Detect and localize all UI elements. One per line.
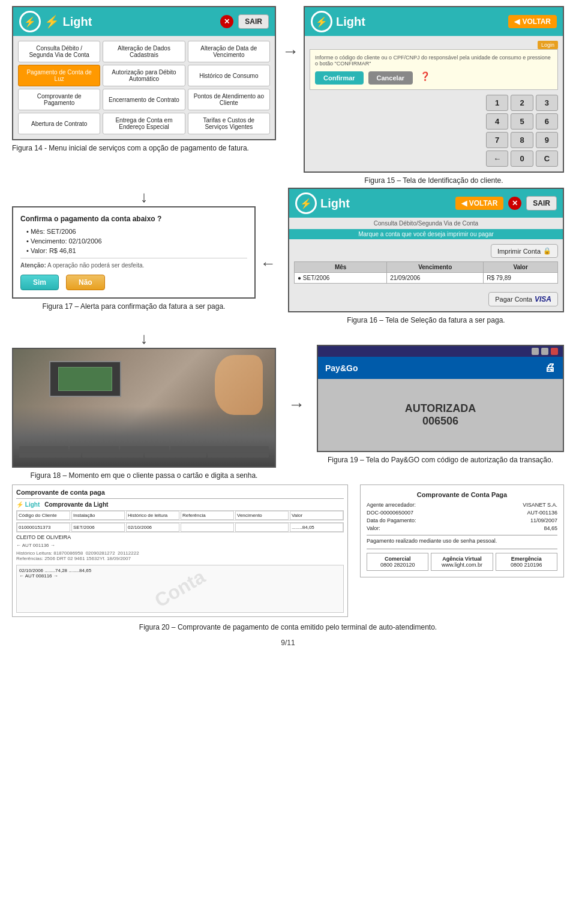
- fig20-right-title: Comprovante de Conta Paga: [367, 491, 557, 498]
- device-screen: [49, 361, 121, 397]
- arrow-left-fig17: ←: [260, 206, 276, 273]
- fig16-subheader: Marque a conta que você deseja imprimir …: [289, 229, 563, 239]
- fig18-caption: Figura 18 – Momento em que o cliente pas…: [31, 471, 258, 480]
- key: [19, 446, 68, 451]
- key: [19, 453, 81, 458]
- receipt-left-logos: ⚡ Light Comprovante da Light: [16, 501, 344, 508]
- field-doc: DOC-00000650007 AUT-001136: [367, 510, 557, 516]
- green-screen: [58, 367, 112, 391]
- numpad-4[interactable]: 4: [486, 113, 508, 130]
- numpad-back[interactable]: ←: [486, 151, 508, 167]
- top-figures-row: ⚡ ⚡ Light ✕ SAIR Consulta Débito / Segun…: [12, 6, 564, 185]
- fig16-header-btns: ◀ VOLTAR ✕ SAIR: [455, 196, 557, 210]
- menu-item-comprovante[interactable]: Comprovante de Pagamento: [18, 89, 100, 110]
- col-header-valor: Valor: [484, 262, 558, 273]
- menu-item-entrega[interactable]: Entrega de Conta em Endereço Especial: [103, 113, 185, 134]
- numpad-6[interactable]: 6: [536, 113, 558, 130]
- hand-shape: [215, 355, 263, 415]
- numpad-8[interactable]: 8: [511, 132, 533, 148]
- fig17-detail-0: • Mês: SET/2006: [26, 228, 241, 235]
- rh-2: Histórico de leitura: [126, 511, 179, 520]
- key: [120, 446, 169, 451]
- key: [70, 446, 119, 451]
- numpad-7[interactable]: 7: [486, 132, 508, 148]
- login-tag: Login: [538, 41, 558, 49]
- fig15-header: ⚡ Light ◀ VOLTAR: [305, 7, 563, 36]
- fig17-sim-btn[interactable]: Sim: [20, 275, 59, 290]
- menu-item-abertura[interactable]: Abertura de Contrato: [18, 113, 100, 134]
- fig15-cancelar-btn[interactable]: Cancelar: [368, 71, 413, 85]
- fig17-nao-btn[interactable]: Não: [66, 275, 105, 290]
- keyboard-keys: [19, 446, 269, 458]
- rh-5: Valor: [290, 511, 343, 520]
- fig18-photo: [12, 348, 276, 468]
- extra-line-2: Referências: 2506 DRT 02 9461 15632Yf. 1…: [16, 556, 344, 561]
- fig16-imprimir-label: Imprimir Conta: [497, 248, 541, 255]
- fig15-logo-icon: ⚡: [311, 11, 332, 32]
- menu-item-alteracao-dados[interactable]: Alteração de Dados Cadastrais: [103, 41, 185, 62]
- paygo-title: Pay&Go: [325, 363, 358, 373]
- menu-item-alteracao-data[interactable]: Alteração de Data de Vencimento: [188, 41, 270, 62]
- numpad-clear[interactable]: C: [536, 151, 558, 167]
- fig15-instruction: Informe o código do cliente ou o CPF/CNP…: [315, 55, 553, 67]
- fig15-numpad: 1 2 3 4 5 6 7 8 9 ← 0 C: [486, 95, 558, 167]
- numpad-9[interactable]: 9: [536, 132, 558, 148]
- field-doc-value: AUT-001136: [527, 510, 557, 516]
- fig15-logo: ⚡ Light: [311, 11, 365, 32]
- table-row-1[interactable]: ● SET/2006 21/09/2006 R$ 79,89: [295, 273, 558, 284]
- receipt-name: CLEITO DE OLIVEIRA: [16, 534, 344, 540]
- fig18-col: ↓: [12, 329, 276, 480]
- fig16-pagar-btn[interactable]: Pagar Conta VISA: [488, 292, 558, 306]
- menu-item-historico[interactable]: Histórico de Consumo: [188, 65, 270, 86]
- arrow-right-1: →: [282, 6, 299, 61]
- window-btn-max[interactable]: [541, 348, 548, 355]
- fig17-with-arrow: Confirma o pagamento da conta abaixo ? •…: [12, 206, 276, 311]
- fig16-imprimir-btn[interactable]: Imprimir Conta 🔒: [491, 244, 558, 258]
- window-btn-close[interactable]: [551, 348, 558, 355]
- numpad-1[interactable]: 1: [486, 95, 508, 111]
- copy2-header: 02/10/2006 ........74,28 ........84,65: [19, 568, 341, 573]
- fig15-caption: Figura 15 – Tela de Identificação do cli…: [304, 176, 564, 185]
- field-date-label: Data do Pagamento:: [367, 517, 416, 523]
- numpad-2[interactable]: 2: [511, 95, 533, 111]
- menu-item-pagamento[interactable]: Pagamento de Conta de Luz: [18, 65, 100, 86]
- numpad-5[interactable]: 5: [511, 113, 533, 130]
- fig19-screen: Pay&Go 🖨 AUTORIZADA 006506: [317, 345, 564, 452]
- fig15-confirmar-btn[interactable]: Confirmar: [315, 71, 364, 85]
- page-number: 9/11: [12, 639, 564, 647]
- numpad-3[interactable]: 3: [536, 95, 558, 111]
- fig16-voltar-btn[interactable]: ◀ VOLTAR: [455, 197, 503, 210]
- fig14-sair-btn[interactable]: SAIR: [238, 14, 269, 29]
- fig17-warning-text: A operação não poderá ser desfeita.: [47, 262, 144, 269]
- menu-item-consulta[interactable]: Consulta Débito / Segunda Via de Conta: [18, 41, 100, 62]
- fig17-warning: Atenção: A operação não poderá ser desfe…: [20, 258, 247, 269]
- menu-item-tarifas[interactable]: Tarifas e Custos de Serviços Vigentes: [188, 113, 270, 134]
- fig17-container: Confirma o pagamento da conta abaixo ? •…: [12, 206, 256, 311]
- cell-valor: R$ 79,89: [484, 273, 558, 284]
- fig16-col: ⚡ Light ◀ VOLTAR ✕ SAIR Consulta Débito/…: [288, 188, 564, 324]
- numpad-0[interactable]: 0: [511, 151, 533, 167]
- fig17-detail-2: • Valor: R$ 46,81: [26, 247, 241, 254]
- field-agente-label: Agente arrecedador:: [367, 502, 416, 508]
- receipt-left-title: Comprovante de conta paga: [16, 489, 105, 496]
- rh-0: Código do Cliente: [17, 511, 70, 520]
- fig16-logo-icon: ⚡: [295, 192, 317, 214]
- fig17-caption: Figura 17 – Alerta para confirmação da f…: [12, 302, 256, 311]
- menu-item-pontos[interactable]: Pontos de Atendimento ao Cliente: [188, 89, 270, 110]
- fig15-input-area[interactable]: Informe o código do cliente ou o CPF/CNP…: [310, 49, 558, 90]
- printer-icon: 🔒: [543, 247, 551, 255]
- middle-row: ↓ Confirma o pagamento da conta abaixo ?…: [12, 188, 564, 324]
- fig14-close-btn[interactable]: ✕: [220, 15, 233, 28]
- cell-mes: ● SET/2006: [295, 273, 387, 284]
- fig15-voltar-btn[interactable]: ◀ VOLTAR: [508, 15, 557, 28]
- menu-item-autorizacao[interactable]: Autorização para Débito Automático: [103, 65, 185, 86]
- fig16-sair-btn[interactable]: ✕: [508, 197, 521, 210]
- arrow-down-1: ↓: [12, 188, 276, 206]
- receipt-extra-data: Histórico Leitura: 81870086958 020902812…: [16, 550, 344, 561]
- window-btn-min[interactable]: [532, 348, 539, 355]
- fig16-sair-label[interactable]: SAIR: [526, 196, 557, 210]
- fig14-header-btns: ✕ SAIR: [220, 14, 269, 29]
- menu-item-encerramento[interactable]: Encerramento de Contrato: [103, 89, 185, 110]
- rh-3: Referência: [181, 511, 234, 520]
- rd-2: 02/10/2006: [126, 523, 179, 532]
